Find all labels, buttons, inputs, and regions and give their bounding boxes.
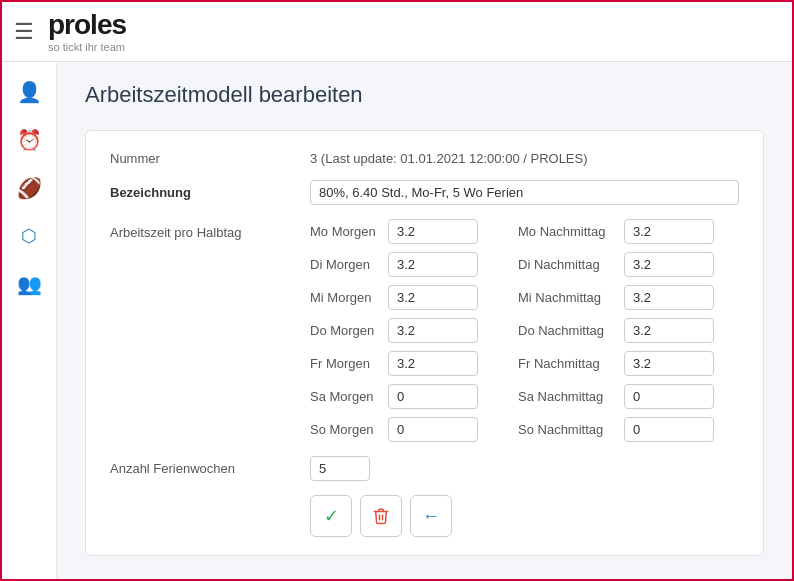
nachmittag-label-6: So Nachmittag (518, 422, 618, 437)
nachmittag-input-6[interactable] (624, 417, 714, 442)
header: ☰ proles so tickt ihr team (2, 2, 792, 62)
delete-button[interactable] (360, 495, 402, 537)
body-layout: 👤 ⏰ 🏈 ⬡ 👥 Arbeitszeitmodell bearbeiten N… (2, 62, 792, 579)
nachmittag-input-5[interactable] (624, 384, 714, 409)
page-title: Arbeitszeitmodell bearbeiten (85, 82, 764, 108)
nachmittag-label-1: Di Nachmittag (518, 257, 618, 272)
halbtag-label: Arbeitszeit pro Halbtag (110, 219, 310, 240)
morgen-input-2[interactable] (388, 285, 478, 310)
nummer-label: Nummer (110, 151, 310, 166)
halbtag-day-row: Do Morgen Do Nachmittag (310, 318, 714, 343)
sidebar-item-network[interactable]: ⬡ (9, 216, 49, 256)
sidebar-item-users[interactable]: 👤 (9, 72, 49, 112)
morgen-label-2: Mi Morgen (310, 290, 382, 305)
sidebar-item-group[interactable]: 👥 (9, 264, 49, 304)
halbtag-row: Arbeitszeit pro Halbtag Mo Morgen Mo Nac… (110, 219, 739, 442)
group-icon: 👥 (17, 272, 42, 296)
nachmittag-input-1[interactable] (624, 252, 714, 277)
morgen-label-3: Do Morgen (310, 323, 382, 338)
sidebar-item-person[interactable]: 🏈 (9, 168, 49, 208)
bezeichnung-input[interactable] (310, 180, 739, 205)
morgen-input-6[interactable] (388, 417, 478, 442)
nachmittag-input-2[interactable] (624, 285, 714, 310)
morgen-label-4: Fr Morgen (310, 356, 382, 371)
bezeichnung-row: Bezeichnung (110, 180, 739, 205)
morgen-input-0[interactable] (388, 219, 478, 244)
ferienwochen-input[interactable] (310, 456, 370, 481)
clock-icon: ⏰ (17, 128, 42, 152)
app-container: ☰ proles so tickt ihr team 👤 ⏰ 🏈 ⬡ 👥 (2, 2, 792, 579)
hamburger-menu-icon[interactable]: ☰ (14, 19, 34, 45)
ferienwochen-label: Anzahl Ferienwochen (110, 461, 310, 476)
nachmittag-input-4[interactable] (624, 351, 714, 376)
morgen-input-4[interactable] (388, 351, 478, 376)
nachmittag-label-3: Do Nachmittag (518, 323, 618, 338)
person-icon: 🏈 (17, 176, 42, 200)
confirm-button[interactable]: ✓ (310, 495, 352, 537)
nachmittag-input-3[interactable] (624, 318, 714, 343)
nachmittag-label-2: Mi Nachmittag (518, 290, 618, 305)
halbtag-day-row: Di Morgen Di Nachmittag (310, 252, 714, 277)
network-icon: ⬡ (21, 225, 37, 247)
halbtag-day-row: Sa Morgen Sa Nachmittag (310, 384, 714, 409)
sidebar-item-clock[interactable]: ⏰ (9, 120, 49, 160)
sidebar: 👤 ⏰ 🏈 ⬡ 👥 (2, 62, 57, 579)
halbtag-day-row: Fr Morgen Fr Nachmittag (310, 351, 714, 376)
halbtag-day-row: Mo Morgen Mo Nachmittag (310, 219, 714, 244)
logo-text: proles (48, 11, 126, 39)
bezeichnung-label: Bezeichnung (110, 185, 310, 200)
back-button[interactable]: ← (410, 495, 452, 537)
users-icon: 👤 (17, 80, 42, 104)
morgen-label-6: So Morgen (310, 422, 382, 437)
morgen-input-1[interactable] (388, 252, 478, 277)
logo-area: proles so tickt ihr team (48, 11, 126, 53)
morgen-input-3[interactable] (388, 318, 478, 343)
nachmittag-input-0[interactable] (624, 219, 714, 244)
halbtag-day-row: So Morgen So Nachmittag (310, 417, 714, 442)
morgen-input-5[interactable] (388, 384, 478, 409)
nummer-value: 3 (Last update: 01.01.2021 12:00:00 / PR… (310, 151, 588, 166)
logo-subtitle: so tickt ihr team (48, 41, 126, 53)
morgen-label-5: Sa Morgen (310, 389, 382, 404)
form-card: Nummer 3 (Last update: 01.01.2021 12:00:… (85, 130, 764, 556)
nachmittag-label-4: Fr Nachmittag (518, 356, 618, 371)
morgen-label-0: Mo Morgen (310, 224, 382, 239)
nummer-row: Nummer 3 (Last update: 01.01.2021 12:00:… (110, 151, 739, 166)
halbtag-day-row: Mi Morgen Mi Nachmittag (310, 285, 714, 310)
ferienwochen-row: Anzahl Ferienwochen (110, 456, 739, 481)
nachmittag-label-0: Mo Nachmittag (518, 224, 618, 239)
action-buttons: ✓ ← (310, 495, 739, 537)
main-content: Arbeitszeitmodell bearbeiten Nummer 3 (L… (57, 62, 792, 579)
nachmittag-label-5: Sa Nachmittag (518, 389, 618, 404)
halbtag-grid: Mo Morgen Mo Nachmittag Di Morgen Di Nac… (310, 219, 714, 442)
morgen-label-1: Di Morgen (310, 257, 382, 272)
